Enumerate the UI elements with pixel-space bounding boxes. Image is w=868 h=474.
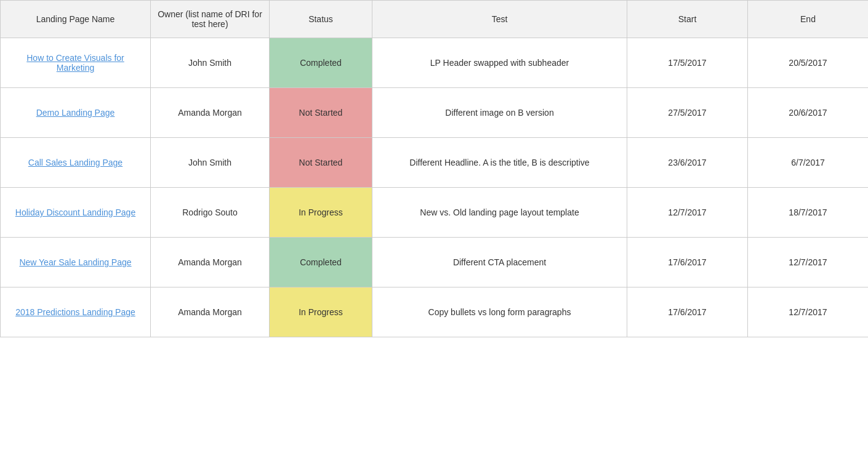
table-header-row: Landing Page Name Owner (list name of DR…: [1, 1, 869, 38]
cell-start: 17/5/2017: [627, 38, 748, 88]
cell-start: 27/5/2017: [627, 88, 748, 138]
cell-test: Copy bullets vs long form paragraphs: [372, 287, 627, 337]
landing-page-link[interactable]: Demo Landing Page: [36, 108, 115, 118]
status-badge: Not Started: [270, 88, 372, 137]
cell-status: Not Started: [270, 138, 372, 188]
main-table-wrapper: Landing Page Name Owner (list name of DR…: [0, 0, 868, 337]
cell-start: 23/6/2017: [627, 138, 748, 188]
landing-page-link[interactable]: Call Sales Landing Page: [28, 158, 123, 167]
table-row: 2018 Predictions Landing PageAmanda Morg…: [1, 287, 869, 337]
table-row: New Year Sale Landing PageAmanda MorganC…: [1, 238, 869, 287]
cell-landing-page-name: How to Create Visuals for Marketing: [1, 38, 151, 88]
cell-end: 6/7/2017: [748, 138, 869, 188]
header-start: Start: [627, 1, 748, 38]
status-badge: Not Started: [270, 138, 372, 187]
cell-owner: John Smith: [151, 38, 270, 88]
cell-end: 12/7/2017: [748, 238, 869, 287]
landing-page-table: Landing Page Name Owner (list name of DR…: [0, 0, 868, 337]
cell-end: 20/5/2017: [748, 38, 869, 88]
cell-status: Completed: [270, 38, 372, 88]
cell-landing-page-name: Demo Landing Page: [1, 88, 151, 138]
cell-landing-page-name: 2018 Predictions Landing Page: [1, 287, 151, 337]
cell-test: Different image on B version: [372, 88, 627, 138]
cell-owner: Amanda Morgan: [151, 88, 270, 138]
cell-test: LP Header swapped with subheader: [372, 38, 627, 88]
cell-end: 12/7/2017: [748, 287, 869, 337]
cell-status: Not Started: [270, 88, 372, 138]
status-badge: In Progress: [270, 287, 372, 337]
cell-owner: Amanda Morgan: [151, 287, 270, 337]
status-badge: In Progress: [270, 188, 372, 237]
cell-end: 20/6/2017: [748, 88, 869, 138]
cell-owner: John Smith: [151, 138, 270, 188]
cell-owner: Rodrigo Souto: [151, 188, 270, 238]
cell-status: Completed: [270, 238, 372, 287]
cell-start: 12/7/2017: [627, 188, 748, 238]
header-end: End: [748, 1, 869, 38]
table-row: Call Sales Landing PageJohn SmithNot Sta…: [1, 138, 869, 188]
table-row: Holiday Discount Landing PageRodrigo Sou…: [1, 188, 869, 238]
header-owner: Owner (list name of DRI for test here): [151, 1, 270, 38]
cell-landing-page-name: Call Sales Landing Page: [1, 138, 151, 188]
cell-start: 17/6/2017: [627, 238, 748, 287]
table-row: Demo Landing PageAmanda MorganNot Starte…: [1, 88, 869, 138]
cell-landing-page-name: New Year Sale Landing Page: [1, 238, 151, 287]
header-name: Landing Page Name: [1, 1, 151, 38]
status-badge: Completed: [270, 238, 372, 287]
landing-page-link[interactable]: How to Create Visuals for Marketing: [26, 53, 124, 73]
cell-owner: Amanda Morgan: [151, 238, 270, 287]
cell-test: Different CTA placement: [372, 238, 627, 287]
cell-landing-page-name: Holiday Discount Landing Page: [1, 188, 151, 238]
header-status: Status: [270, 1, 372, 38]
cell-start: 17/6/2017: [627, 287, 748, 337]
landing-page-link[interactable]: Holiday Discount Landing Page: [15, 207, 135, 217]
header-test: Test: [372, 1, 627, 38]
landing-page-link[interactable]: 2018 Predictions Landing Page: [15, 307, 135, 317]
cell-status: In Progress: [270, 287, 372, 337]
status-badge: Completed: [270, 38, 372, 87]
cell-test: New vs. Old landing page layout template: [372, 188, 627, 238]
landing-page-link[interactable]: New Year Sale Landing Page: [19, 257, 131, 267]
cell-test: Different Headline. A is the title, B is…: [372, 138, 627, 188]
cell-end: 18/7/2017: [748, 188, 869, 238]
table-row: How to Create Visuals for MarketingJohn …: [1, 38, 869, 88]
cell-status: In Progress: [270, 188, 372, 238]
